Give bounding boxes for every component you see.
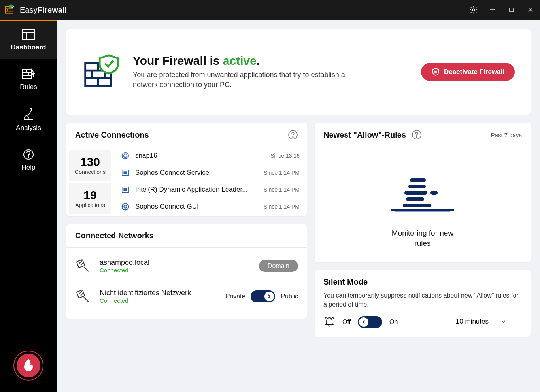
svg-line-54 bbox=[81, 292, 84, 296]
network-name: Nicht identifiziertes Netzwerk bbox=[100, 289, 217, 297]
firewall-shield-icon bbox=[82, 53, 120, 91]
network-row: ashampoo.local Connected Domain bbox=[75, 251, 298, 281]
svg-rect-47 bbox=[77, 260, 85, 268]
domain-badge: Domain bbox=[259, 260, 298, 272]
svg-rect-64 bbox=[410, 178, 426, 182]
help-icon bbox=[23, 149, 34, 160]
silent-mode-card: Silent Mode You can temporarily suppress… bbox=[315, 270, 531, 337]
svg-rect-62 bbox=[430, 191, 438, 195]
applications-count: 19 bbox=[70, 188, 110, 202]
help-icon[interactable] bbox=[288, 130, 298, 140]
network-name: ashampoo.local bbox=[100, 258, 250, 267]
svg-point-26 bbox=[28, 157, 29, 158]
svg-rect-59 bbox=[403, 204, 431, 207]
shield-x-icon bbox=[431, 68, 440, 76]
card-title: Newest "Allow"-Rules bbox=[323, 130, 406, 139]
network-profile-toggle[interactable] bbox=[251, 290, 275, 302]
gear-icon bbox=[469, 6, 478, 14]
network-status: Connected bbox=[100, 297, 217, 304]
app-logo: EasyFirewall bbox=[5, 4, 67, 15]
close-icon bbox=[528, 7, 533, 13]
toggle-label-public: Public bbox=[281, 293, 298, 300]
app-title: EasyFirewall bbox=[20, 6, 67, 15]
chevron-down-icon bbox=[500, 319, 506, 324]
connections-count-box: 130 Connections bbox=[69, 150, 111, 181]
monitoring-message: Monitoring for new rules bbox=[383, 228, 462, 248]
settings-button[interactable] bbox=[464, 0, 483, 20]
svg-line-21 bbox=[28, 111, 31, 116]
svg-line-48 bbox=[84, 267, 89, 271]
svg-rect-42 bbox=[123, 171, 127, 174]
aperture-icon bbox=[121, 151, 130, 160]
network-status: Connected bbox=[100, 267, 250, 273]
svg-point-39 bbox=[293, 137, 293, 138]
minimize-icon bbox=[490, 7, 495, 13]
svg-point-6 bbox=[472, 9, 475, 11]
chevron-right-icon bbox=[266, 294, 272, 299]
network-adapter-icon bbox=[75, 288, 91, 304]
sidebar: Dashboard Rules Analysis Help bbox=[0, 20, 57, 392]
allow-rules-card: Newest "Allow"-Rules Past 7 days bbox=[315, 122, 531, 262]
toggle-label-on: On bbox=[389, 318, 398, 326]
minimize-button[interactable] bbox=[483, 0, 502, 20]
svg-rect-60 bbox=[406, 197, 424, 201]
connection-row[interactable]: Sophos Connect GUI Since 1:14 PM bbox=[114, 198, 307, 215]
nav-label: Dashboard bbox=[11, 43, 46, 51]
card-title: Silent Mode bbox=[323, 277, 522, 286]
nav-label: Analysis bbox=[16, 124, 41, 132]
deactivate-firewall-button[interactable]: Deactivate Firewall bbox=[421, 63, 515, 81]
network-adapter-icon bbox=[75, 258, 91, 274]
main-content: Your Firewall is active. You are protect… bbox=[57, 20, 540, 392]
target-icon bbox=[121, 202, 130, 211]
connection-row[interactable]: Intel(R) Dynamic Application Loader... S… bbox=[114, 181, 307, 198]
svg-rect-63 bbox=[408, 185, 426, 188]
sidebar-item-analysis[interactable]: Analysis bbox=[0, 99, 57, 140]
active-connections-card: Active Connections 130 Connections 19 Ap… bbox=[66, 122, 307, 216]
svg-rect-51 bbox=[77, 290, 85, 298]
title-bar: EasyFirewall bbox=[0, 0, 540, 20]
dashboard-icon bbox=[21, 28, 36, 40]
date-range: Past 7 days bbox=[491, 132, 522, 138]
applications-count-box: 19 Applications bbox=[69, 183, 111, 214]
nav-label: Help bbox=[22, 164, 36, 172]
silent-duration-dropdown[interactable]: 10 minutes bbox=[454, 315, 522, 328]
card-title: Connected Networks bbox=[75, 231, 154, 240]
toggle-label-off: Off bbox=[342, 318, 351, 326]
status-subtitle: You are protected from unwanted applicat… bbox=[133, 70, 370, 90]
sidebar-item-rules[interactable]: Rules bbox=[0, 59, 57, 99]
toggle-label-private: Private bbox=[226, 293, 245, 300]
svg-point-40 bbox=[122, 153, 129, 159]
card-title: Active Connections bbox=[75, 130, 149, 139]
status-title: Your Firewall is active. bbox=[133, 54, 370, 68]
connection-row[interactable]: Sophos Connect Service Since 1:14 PM bbox=[114, 164, 307, 181]
svg-rect-44 bbox=[123, 188, 127, 191]
maximize-button[interactable] bbox=[502, 0, 521, 20]
window-icon bbox=[121, 168, 130, 177]
monitoring-illustration-icon bbox=[391, 171, 454, 215]
maximize-icon bbox=[509, 7, 514, 13]
connections-list: snap16 Since 13:16 Sophos Connect Servic… bbox=[114, 147, 307, 216]
help-icon[interactable] bbox=[412, 130, 422, 140]
window-icon bbox=[121, 185, 130, 194]
svg-point-46 bbox=[124, 205, 127, 208]
sidebar-item-dashboard[interactable]: Dashboard bbox=[0, 20, 57, 59]
silent-mode-description: You can temporarily suppress notificatio… bbox=[323, 291, 522, 309]
chevron-left-icon bbox=[361, 319, 366, 325]
flame-icon bbox=[13, 350, 44, 381]
sidebar-item-help[interactable]: Help bbox=[0, 140, 57, 179]
svg-point-20 bbox=[25, 116, 28, 120]
svg-rect-61 bbox=[404, 191, 427, 195]
network-row: Nicht identifiziertes Netzwerk Connected… bbox=[75, 281, 298, 311]
flame-button[interactable] bbox=[13, 350, 44, 383]
silent-mode-toggle[interactable] bbox=[358, 316, 382, 328]
svg-rect-11 bbox=[22, 29, 35, 40]
close-button[interactable] bbox=[521, 0, 540, 20]
analysis-icon bbox=[23, 107, 34, 121]
svg-point-45 bbox=[122, 204, 129, 210]
nav-label: Rules bbox=[20, 83, 37, 91]
svg-rect-8 bbox=[510, 8, 514, 12]
rules-icon bbox=[22, 68, 35, 80]
svg-line-50 bbox=[81, 262, 84, 265]
svg-point-56 bbox=[416, 137, 417, 138]
connection-row[interactable]: snap16 Since 13:16 bbox=[114, 147, 307, 164]
